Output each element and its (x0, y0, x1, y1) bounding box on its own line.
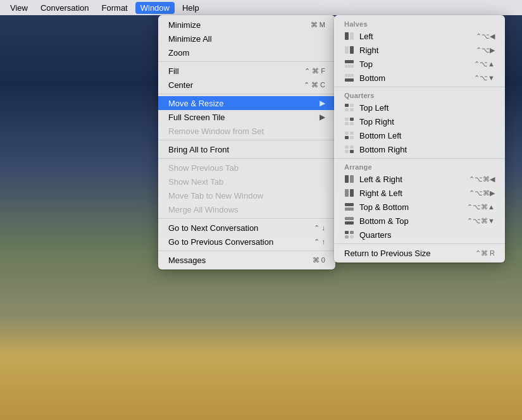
bottom-right-quarter-icon (344, 144, 354, 154)
svg-rect-16 (345, 132, 349, 135)
svg-rect-20 (345, 145, 349, 149)
submenu-right-left[interactable]: Right & Left ⌃⌥⌘▶ (334, 186, 505, 200)
separator-6 (158, 250, 335, 251)
menu-go-next-conversation[interactable]: Go to Next Conversation ⌃ ↓ (158, 221, 335, 235)
svg-rect-8 (345, 104, 349, 107)
menu-show-prev-tab: Show Previous Tab (158, 161, 335, 175)
bottom-left-quarter-icon (344, 130, 354, 140)
bottom-top-arrange-icon (344, 216, 354, 226)
svg-rect-9 (350, 104, 354, 107)
menu-move-resize[interactable]: Move & Resize ▶ (158, 96, 335, 110)
svg-rect-28 (345, 203, 354, 206)
submenu-top[interactable]: Top ⌃⌥▲ (334, 57, 505, 71)
svg-rect-12 (345, 118, 349, 121)
left-right-arrange-icon (344, 174, 354, 184)
svg-rect-11 (350, 108, 354, 111)
right-half-icon (344, 45, 354, 55)
top-left-quarter-icon (344, 102, 354, 113)
svg-rect-22 (345, 150, 349, 153)
submenu-right[interactable]: Right ⌃⌥▶ (334, 43, 505, 57)
menu-move-tab-new-window: Move Tab to New Window (158, 188, 335, 202)
menu-merge-all-windows: Merge All Windows (158, 202, 335, 216)
submenu-sep-3 (334, 244, 505, 244)
submenu-bottom[interactable]: Bottom ⌃⌥▼ (334, 71, 505, 85)
svg-rect-7 (345, 78, 354, 82)
svg-rect-2 (345, 46, 349, 54)
svg-rect-25 (350, 175, 354, 183)
quarters-section-label: Quarters (334, 89, 505, 101)
submenu-bottom-left[interactable]: Bottom Left (334, 128, 505, 142)
window-menu: Minimize ⌘ M Minimize All Zoom Fill ⌃ ⌘ … (158, 15, 335, 269)
svg-rect-0 (345, 32, 349, 40)
quarters-arrange-icon (344, 230, 354, 240)
menu-center[interactable]: Center ⌃ ⌘ C (158, 78, 335, 92)
left-half-icon (344, 31, 354, 41)
svg-rect-27 (350, 189, 354, 197)
submenu-left[interactable]: Left ⌃⌥◀ (334, 29, 505, 43)
svg-rect-19 (350, 136, 354, 139)
svg-rect-4 (345, 60, 354, 63)
svg-rect-32 (345, 231, 349, 234)
svg-rect-31 (345, 221, 354, 225)
svg-rect-29 (345, 207, 354, 211)
menu-conversation[interactable]: Conversation (35, 2, 94, 14)
submenu-top-bottom[interactable]: Top & Bottom ⌃⌥⌘▲ (334, 200, 505, 214)
halves-section-label: Halves (334, 18, 505, 29)
svg-rect-1 (350, 32, 354, 40)
submenu-sep-1 (334, 87, 505, 87)
menu-help[interactable]: Help (177, 2, 204, 14)
svg-rect-21 (350, 145, 354, 149)
svg-rect-14 (345, 122, 349, 125)
svg-rect-17 (350, 132, 354, 135)
menu-remove-window: Remove Window from Set (158, 124, 335, 138)
svg-rect-26 (345, 189, 349, 197)
svg-rect-24 (345, 175, 349, 183)
svg-rect-34 (345, 235, 349, 238)
menu-view[interactable]: View (5, 2, 33, 14)
menubar: View Conversation Format Window Help (0, 0, 522, 15)
submenu-left-right[interactable]: Left & Right ⌃⌥⌘◀ (334, 172, 505, 186)
submenu-bottom-top[interactable]: Bottom & Top ⌃⌥⌘▼ (334, 214, 505, 228)
submenu-sep-2 (334, 158, 505, 159)
menu-bring-all[interactable]: Bring All to Front (158, 142, 335, 156)
menu-minimize-all[interactable]: Minimize All (158, 32, 335, 46)
svg-rect-23 (350, 150, 354, 153)
separator-2 (158, 94, 335, 94)
svg-rect-6 (345, 74, 354, 77)
menu-zoom[interactable]: Zoom (158, 46, 335, 59)
svg-rect-10 (345, 108, 349, 111)
menu-fill[interactable]: Fill ⌃ ⌘ F (158, 64, 335, 78)
svg-rect-5 (345, 65, 354, 68)
menu-messages[interactable]: Messages ⌘ 0 (158, 253, 335, 267)
right-left-arrange-icon (344, 188, 354, 198)
arrange-section-label: Arrange (334, 161, 505, 172)
menu-show-next-tab: Show Next Tab (158, 175, 335, 188)
submenu-top-left[interactable]: Top Left (334, 101, 505, 114)
separator-1 (158, 61, 335, 62)
submenu-return-prev-size[interactable]: Return to Previous Size ⌃⌘ R (334, 246, 505, 260)
top-half-icon (344, 59, 354, 69)
menu-full-screen-tile[interactable]: Full Screen Tile ▶ (158, 110, 335, 124)
submenu-top-right[interactable]: Top Right (334, 114, 505, 128)
menu-window[interactable]: Window (135, 2, 175, 14)
top-right-quarter-icon (344, 116, 354, 127)
submenu-bottom-right[interactable]: Bottom Right (334, 142, 505, 156)
svg-rect-33 (350, 231, 354, 234)
submenu-quarters-arrange[interactable]: Quarters (334, 228, 505, 242)
separator-5 (158, 218, 335, 219)
svg-rect-18 (345, 136, 349, 139)
menu-format[interactable]: Format (97, 2, 133, 14)
svg-rect-35 (350, 235, 354, 238)
separator-4 (158, 158, 335, 159)
menu-minimize[interactable]: Minimize ⌘ M (158, 18, 335, 32)
svg-rect-13 (350, 118, 354, 121)
svg-rect-3 (350, 46, 354, 54)
svg-rect-15 (350, 122, 354, 125)
top-bottom-arrange-icon (344, 202, 354, 212)
menu-go-prev-conversation[interactable]: Go to Previous Conversation ⌃ ↑ (158, 235, 335, 249)
submenu-move-resize: Halves Left ⌃⌥◀ Right ⌃⌥▶ (334, 15, 505, 262)
separator-3 (158, 140, 335, 140)
svg-rect-30 (345, 217, 354, 220)
bottom-half-icon (344, 73, 354, 83)
